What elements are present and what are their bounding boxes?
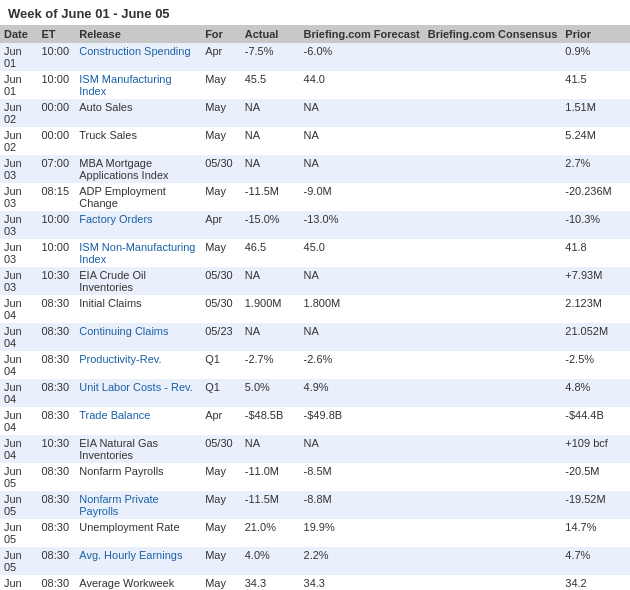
table-row: Jun 03 08:15 ADP Employment Change May -… bbox=[0, 183, 630, 211]
prior-cell: -2.5% bbox=[561, 351, 630, 379]
table-row: Jun 05 08:30 Unemployment Rate May 21.0%… bbox=[0, 519, 630, 547]
et-cell: 10:00 bbox=[37, 71, 75, 99]
for-cell: 05/30 bbox=[201, 295, 241, 323]
consensus-cell bbox=[424, 547, 562, 575]
prior-cell: 2.7% bbox=[561, 155, 630, 183]
release-link[interactable]: ISM Non-Manufacturing Index bbox=[79, 241, 195, 265]
date-cell: Jun 02 bbox=[0, 99, 37, 127]
actual-cell: 21.0% bbox=[241, 519, 300, 547]
for-cell: Apr bbox=[201, 211, 241, 239]
actual-cell: NA bbox=[241, 267, 300, 295]
date-cell: Jun 03 bbox=[0, 239, 37, 267]
release-link[interactable]: Factory Orders bbox=[79, 213, 152, 225]
et-cell: 10:00 bbox=[37, 43, 75, 71]
release-link[interactable]: Avg. Hourly Earnings bbox=[79, 549, 182, 561]
table-header: Date ET Release For Actual Briefing.com … bbox=[0, 25, 630, 43]
for-cell: Q1 bbox=[201, 379, 241, 407]
prior-cell: 14.7% bbox=[561, 519, 630, 547]
prior-cell: 34.2 bbox=[561, 575, 630, 590]
release-link[interactable]: Productivity-Rev. bbox=[79, 353, 161, 365]
prior-cell: -20.236M bbox=[561, 183, 630, 211]
release-text: MBA Mortgage Applications Index bbox=[79, 157, 168, 181]
forecast-cell: NA bbox=[300, 127, 424, 155]
table-row: Jun 01 10:00 ISM Manufacturing Index May… bbox=[0, 71, 630, 99]
date-cell: Jun 03 bbox=[0, 183, 37, 211]
forecast-cell: NA bbox=[300, 435, 424, 463]
col-header-forecast: Briefing.com Forecast bbox=[300, 25, 424, 43]
table-row: Jun 02 00:00 Truck Sales May NA NA 5.24M bbox=[0, 127, 630, 155]
release-text: Truck Sales bbox=[79, 129, 137, 141]
release-cell: Construction Spending bbox=[75, 43, 201, 71]
forecast-cell: NA bbox=[300, 267, 424, 295]
et-cell: 10:30 bbox=[37, 435, 75, 463]
col-header-consensus: Briefing.com Consensus bbox=[424, 25, 562, 43]
date-cell: Jun 05 bbox=[0, 575, 37, 590]
table-row: Jun 04 08:30 Initial Claims 05/30 1.900M… bbox=[0, 295, 630, 323]
prior-cell: -10.3% bbox=[561, 211, 630, 239]
for-cell: May bbox=[201, 463, 241, 491]
actual-cell: -11.5M bbox=[241, 183, 300, 211]
release-cell: Nonfarm Payrolls bbox=[75, 463, 201, 491]
actual-cell: -2.7% bbox=[241, 351, 300, 379]
table-row: Jun 04 08:30 Continuing Claims 05/23 NA … bbox=[0, 323, 630, 351]
et-cell: 08:30 bbox=[37, 295, 75, 323]
actual-cell: NA bbox=[241, 323, 300, 351]
actual-cell: NA bbox=[241, 435, 300, 463]
consensus-cell bbox=[424, 71, 562, 99]
release-link[interactable]: ISM Manufacturing Index bbox=[79, 73, 171, 97]
actual-cell: 45.5 bbox=[241, 71, 300, 99]
actual-cell: -$48.5B bbox=[241, 407, 300, 435]
for-cell: 05/23 bbox=[201, 323, 241, 351]
et-cell: 08:15 bbox=[37, 183, 75, 211]
table-row: Jun 05 08:30 Nonfarm Private Payrolls Ma… bbox=[0, 491, 630, 519]
consensus-cell bbox=[424, 155, 562, 183]
for-cell: May bbox=[201, 127, 241, 155]
col-header-et: ET bbox=[37, 25, 75, 43]
consensus-cell bbox=[424, 435, 562, 463]
col-header-for: For bbox=[201, 25, 241, 43]
et-cell: 10:00 bbox=[37, 239, 75, 267]
for-cell: May bbox=[201, 183, 241, 211]
forecast-cell: -$49.8B bbox=[300, 407, 424, 435]
consensus-cell bbox=[424, 267, 562, 295]
release-link[interactable]: Unit Labor Costs - Rev. bbox=[79, 381, 193, 393]
actual-cell: 1.900M bbox=[241, 295, 300, 323]
date-cell: Jun 04 bbox=[0, 379, 37, 407]
et-cell: 08:30 bbox=[37, 407, 75, 435]
forecast-cell: -13.0% bbox=[300, 211, 424, 239]
table-row: Jun 03 07:00 MBA Mortgage Applications I… bbox=[0, 155, 630, 183]
date-cell: Jun 05 bbox=[0, 463, 37, 491]
release-link[interactable]: Continuing Claims bbox=[79, 325, 168, 337]
forecast-cell: NA bbox=[300, 99, 424, 127]
et-cell: 08:30 bbox=[37, 379, 75, 407]
for-cell: 05/30 bbox=[201, 155, 241, 183]
date-cell: Jun 04 bbox=[0, 323, 37, 351]
release-link[interactable]: Nonfarm Private Payrolls bbox=[79, 493, 158, 517]
for-cell: May bbox=[201, 239, 241, 267]
consensus-cell bbox=[424, 127, 562, 155]
date-cell: Jun 01 bbox=[0, 71, 37, 99]
release-text: Average Workweek bbox=[79, 577, 174, 589]
release-cell: Truck Sales bbox=[75, 127, 201, 155]
table-row: Jun 03 10:30 EIA Crude Oil Inventories 0… bbox=[0, 267, 630, 295]
col-header-release: Release bbox=[75, 25, 201, 43]
actual-cell: 4.0% bbox=[241, 547, 300, 575]
date-cell: Jun 05 bbox=[0, 547, 37, 575]
date-cell: Jun 04 bbox=[0, 351, 37, 379]
forecast-cell: 2.2% bbox=[300, 547, 424, 575]
et-cell: 08:30 bbox=[37, 463, 75, 491]
forecast-cell: NA bbox=[300, 323, 424, 351]
release-cell: Continuing Claims bbox=[75, 323, 201, 351]
col-header-date: Date bbox=[0, 25, 37, 43]
consensus-cell bbox=[424, 491, 562, 519]
release-link[interactable]: Trade Balance bbox=[79, 409, 150, 421]
consensus-cell bbox=[424, 43, 562, 71]
forecast-cell: 19.9% bbox=[300, 519, 424, 547]
release-cell: Average Workweek bbox=[75, 575, 201, 590]
release-text: Unemployment Rate bbox=[79, 521, 179, 533]
prior-cell: 4.8% bbox=[561, 379, 630, 407]
table-row: Jun 04 08:30 Trade Balance Apr -$48.5B -… bbox=[0, 407, 630, 435]
release-link[interactable]: Construction Spending bbox=[79, 45, 190, 57]
release-cell: ADP Employment Change bbox=[75, 183, 201, 211]
table-row: Jun 02 00:00 Auto Sales May NA NA 1.51M bbox=[0, 99, 630, 127]
